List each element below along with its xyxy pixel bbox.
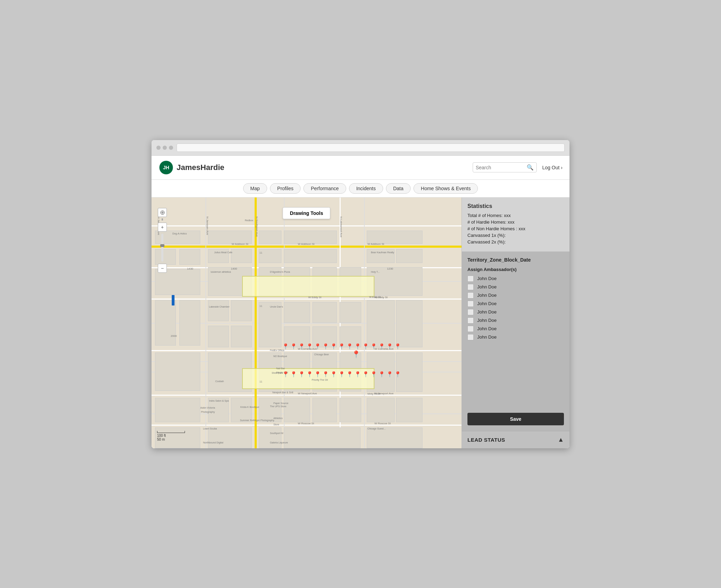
pin-black-1: 📍	[282, 344, 289, 349]
browser-window: JH JamesHardie 🔍 Log Out › Map Profiles …	[152, 140, 569, 448]
stat-total-homes: Total # of Homes: xxx	[467, 213, 564, 218]
zoom-slider[interactable]	[161, 234, 163, 262]
dot-red	[156, 146, 161, 150]
ambassador-name-4: John Doe	[477, 309, 497, 315]
lead-status-label: LEAD STATUS	[467, 437, 505, 443]
ambassador-item-4: John Doe	[467, 309, 564, 315]
main-content: W Addison St W Addison St W Addison St W…	[152, 198, 569, 448]
territory-title: Territory_Zone_Block_Date	[467, 257, 564, 263]
pin-row-top: 📍 📍 📍 📍 📍 📍 📍 📍 📍 📍 📍 📍 📍 📍	[282, 344, 401, 349]
lead-status-chevron[interactable]: ▲	[558, 436, 564, 443]
statistics-section: Statistics Total # of Homes: xxx # of Ha…	[462, 198, 569, 252]
assign-ambassadors-label: Assign Ambassador(s)	[467, 267, 564, 272]
logo-text: JamesHardie	[177, 163, 224, 172]
scale-line	[157, 431, 185, 433]
browser-chrome	[152, 140, 569, 156]
search-box[interactable]: 🔍	[473, 162, 537, 172]
ambassador-checkbox-7[interactable]	[467, 334, 474, 340]
ambassador-name-0: John Doe	[477, 276, 497, 281]
sidebar-panel: Statistics Total # of Homes: xxx # of Ha…	[462, 198, 569, 448]
scale-label-m: 50 m	[157, 438, 165, 441]
search-icon: 🔍	[527, 164, 534, 171]
map-controls: ⊕ + −	[158, 208, 167, 273]
pan-control[interactable]: ⊕	[158, 208, 167, 217]
ambassador-list: John Doe John Doe John Doe John Doe	[467, 276, 564, 340]
ambassador-checkbox-4[interactable]	[467, 309, 474, 315]
save-button[interactable]: Save	[467, 413, 564, 425]
statistics-title: Statistics	[467, 203, 564, 209]
ambassador-name-3: John Doe	[477, 301, 497, 306]
map-background: W Addison St W Addison St W Addison St W…	[152, 198, 462, 448]
save-area: Save	[462, 413, 569, 431]
nav-incidents[interactable]: Incidents	[349, 183, 383, 194]
nav-map[interactable]: Map	[243, 183, 267, 194]
browser-dots	[156, 146, 173, 150]
ambassador-item-7: John Doe	[467, 334, 564, 340]
header-right: 🔍 Log Out ›	[473, 162, 563, 172]
logo-icon: JH	[158, 160, 174, 175]
ambassador-name-2: John Doe	[477, 293, 497, 298]
ambassador-name-6: John Doe	[477, 326, 497, 331]
ambassador-checkbox-3[interactable]	[467, 301, 474, 307]
nav-profiles[interactable]: Profiles	[270, 183, 301, 194]
ambassador-checkbox-6[interactable]	[467, 326, 474, 332]
nav-performance[interactable]: Performance	[303, 183, 346, 194]
ambassador-item-2: John Doe	[467, 292, 564, 299]
stat-non-hardie-homes: # of Non Hardie Homes : xxx	[467, 226, 564, 231]
stat-canvassed-2x: Canvassed 2x (%):	[467, 239, 564, 245]
drawing-tools-button[interactable]: Drawing Tools	[282, 207, 330, 219]
ambassador-item-3: John Doe	[467, 301, 564, 307]
ambassador-item-0: John Doe	[467, 276, 564, 282]
ambassador-checkbox-1[interactable]	[467, 284, 474, 290]
ambassador-checkbox-0[interactable]	[467, 276, 474, 282]
search-input[interactable]	[476, 165, 525, 170]
scale-bar: 100 ft 50 m	[157, 431, 185, 441]
scale-label-ft: 100 ft	[157, 434, 166, 438]
ambassador-item-5: John Doe	[467, 317, 564, 324]
stat-canvassed-1x: Canvassed 1x (%):	[467, 233, 564, 238]
ambassador-name-1: John Doe	[477, 284, 497, 289]
pin-black-b1: 📍	[282, 372, 289, 377]
address-bar[interactable]	[177, 144, 565, 152]
pin-row-bottom: 📍 📍 📍 📍 📍 📍 📍 📍 📍 📍 📍 📍 📍 📍	[282, 372, 401, 377]
app-header: JH JamesHardie 🔍 Log Out ›	[152, 156, 569, 180]
ambassador-item-6: John Doe	[467, 326, 564, 332]
nav-data[interactable]: Data	[386, 183, 411, 194]
pin-info: 📍	[352, 351, 360, 358]
zoom-thumb	[160, 244, 164, 247]
svg-text:JH: JH	[163, 165, 169, 170]
map-area[interactable]: W Addison St W Addison St W Addison St W…	[152, 198, 462, 448]
zoom-in-btn[interactable]: +	[158, 223, 167, 232]
ambassador-name-5: John Doe	[477, 318, 497, 323]
territory-top	[242, 276, 374, 297]
app-container: JH JamesHardie 🔍 Log Out › Map Profiles …	[152, 156, 569, 448]
stat-hardie-homes: # of Hardie Homes: xxx	[467, 219, 564, 225]
territory-section: Territory_Zone_Block_Date Assign Ambassa…	[462, 252, 569, 413]
nav-bar: Map Profiles Performance Incidents Data …	[152, 180, 569, 198]
lead-status-bar[interactable]: LEAD STATUS ▲	[462, 431, 569, 448]
ambassador-checkbox-5[interactable]	[467, 317, 474, 324]
dot-yellow	[163, 146, 167, 150]
ambassador-item-1: John Doe	[467, 284, 564, 290]
logout-button[interactable]: Log Out ›	[542, 165, 563, 170]
ambassador-checkbox-2[interactable]	[467, 292, 474, 299]
zoom-out-btn[interactable]: −	[158, 264, 167, 273]
logo-area: JH JamesHardie	[158, 160, 224, 175]
nav-home-shows[interactable]: Home Shows & Events	[413, 183, 478, 194]
ambassador-name-7: John Doe	[477, 334, 497, 340]
dot-green	[169, 146, 173, 150]
map-edge-marker	[172, 295, 175, 305]
